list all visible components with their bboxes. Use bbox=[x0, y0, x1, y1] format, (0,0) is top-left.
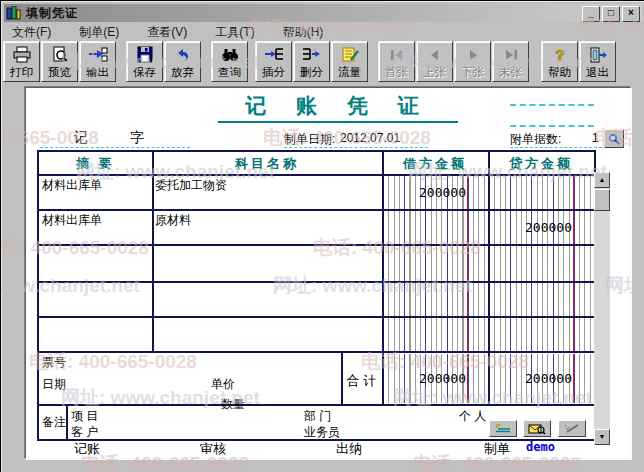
exit-button[interactable]: 退出 bbox=[579, 41, 616, 82]
dashed-line bbox=[510, 125, 594, 127]
table-line bbox=[39, 281, 594, 283]
print-label: 打印 bbox=[10, 65, 33, 80]
save-button[interactable]: 保存 bbox=[126, 41, 163, 82]
customer-label[interactable]: 客 户 bbox=[71, 424, 98, 441]
date-footer-label: 日期 bbox=[42, 376, 66, 393]
row-account[interactable]: 原材料 bbox=[155, 212, 191, 229]
table-line bbox=[39, 316, 594, 318]
row-debit-amount[interactable]: 200000 bbox=[383, 185, 487, 200]
seal-icon bbox=[494, 423, 512, 434]
credit-grid bbox=[489, 175, 593, 351]
voucher-word-left: 记 bbox=[74, 129, 88, 147]
table-line bbox=[39, 244, 594, 246]
last-label: 末张 bbox=[499, 65, 522, 80]
undo-icon bbox=[173, 45, 193, 65]
cashflow-icon bbox=[340, 45, 360, 65]
discard-label: 放弃 bbox=[171, 65, 194, 80]
attachments-value[interactable]: 1 bbox=[592, 131, 599, 145]
row-summary[interactable]: 材料出库单 bbox=[42, 177, 102, 194]
insert-line-label: 插分 bbox=[262, 65, 285, 80]
table-line bbox=[488, 152, 490, 404]
menu-bar: 文件(F) 制单(E) 查看(V) 工具(T) 帮助(H) bbox=[4, 24, 642, 40]
scroll-down-button[interactable]: ▼ bbox=[594, 429, 610, 445]
cashflow-button[interactable]: 流量 bbox=[331, 41, 368, 82]
header-summary: 摘 要 bbox=[39, 155, 152, 173]
attachments-search-button[interactable] bbox=[604, 129, 624, 148]
query-button[interactable]: 查询 bbox=[211, 41, 248, 82]
menu-file[interactable]: 文件(F) bbox=[4, 24, 59, 41]
next-icon bbox=[464, 45, 482, 65]
printer-icon bbox=[12, 45, 32, 65]
close-button[interactable]: × bbox=[622, 6, 640, 22]
row-account[interactable]: 委托加工物资 bbox=[155, 177, 227, 194]
exit-door-icon bbox=[588, 45, 608, 65]
row-credit-amount[interactable]: 200000 bbox=[489, 220, 593, 235]
total-label: 合 计 bbox=[341, 372, 382, 390]
help-button[interactable]: ? 帮助 bbox=[541, 41, 578, 82]
insert-line-button[interactable]: 插分 bbox=[255, 41, 292, 82]
menu-view[interactable]: 查看(V) bbox=[139, 24, 195, 41]
magnifier-icon bbox=[608, 133, 620, 145]
last-voucher-button[interactable]: 末张 bbox=[492, 41, 529, 82]
preparer-label: 制单 bbox=[484, 440, 510, 458]
export-label: 输出 bbox=[86, 65, 109, 80]
scroll-thumb[interactable] bbox=[594, 189, 610, 211]
title-bar[interactable]: 填制凭证 _ □ × bbox=[4, 4, 642, 22]
dashed-underline bbox=[510, 147, 602, 148]
maximize-button[interactable]: □ bbox=[602, 6, 620, 22]
wand-button[interactable] bbox=[558, 420, 586, 437]
cashflow-label: 流量 bbox=[338, 65, 361, 80]
print-button[interactable]: 打印 bbox=[3, 41, 40, 82]
salesman-label[interactable]: 业务员 bbox=[304, 424, 340, 441]
table-line bbox=[39, 174, 594, 176]
person-label[interactable]: 个 人 bbox=[459, 408, 486, 425]
next-voucher-button[interactable]: 下张 bbox=[454, 41, 491, 82]
svg-text:?: ? bbox=[555, 46, 564, 63]
preparer-value: demo bbox=[526, 440, 555, 454]
department-label[interactable]: 部 门 bbox=[304, 408, 331, 425]
prev-voucher-button[interactable]: 上张 bbox=[416, 41, 453, 82]
mail-check-button[interactable] bbox=[523, 420, 551, 437]
quantity-label: 数量 bbox=[221, 396, 245, 413]
minimize-button[interactable]: _ bbox=[582, 6, 600, 22]
cashier-label: 出纳 bbox=[336, 440, 362, 458]
date-value[interactable]: 2012.07.01 bbox=[340, 131, 400, 145]
voucher-title: 记 账 凭 证 bbox=[218, 92, 458, 123]
export-button[interactable]: 输出 bbox=[79, 41, 116, 82]
menu-tools[interactable]: 工具(T) bbox=[207, 24, 262, 41]
table-line bbox=[39, 351, 594, 353]
menu-help[interactable]: 帮助(H) bbox=[275, 24, 332, 41]
project-label[interactable]: 项 目 bbox=[71, 408, 98, 425]
help-label: 帮助 bbox=[548, 65, 571, 80]
table-line bbox=[152, 152, 154, 351]
first-label: 首张 bbox=[385, 65, 408, 80]
delete-line-button[interactable]: 删分 bbox=[293, 41, 330, 82]
delete-line-icon bbox=[302, 45, 322, 65]
vertical-scrollbar[interactable]: ▲ ▼ bbox=[594, 172, 610, 445]
row-summary[interactable]: 材料出库单 bbox=[42, 212, 102, 229]
auditor-label: 审核 bbox=[200, 440, 226, 458]
mail-magnifier-icon bbox=[528, 423, 546, 435]
window-title: 填制凭证 bbox=[26, 5, 78, 22]
table-line bbox=[66, 404, 68, 439]
query-label: 查询 bbox=[218, 65, 241, 80]
seal-button[interactable] bbox=[489, 420, 517, 437]
table-line bbox=[39, 209, 594, 211]
first-voucher-button[interactable]: 首张 bbox=[378, 41, 415, 82]
scroll-up-button[interactable]: ▲ bbox=[594, 172, 610, 188]
insert-line-icon bbox=[264, 45, 284, 65]
floppy-icon bbox=[135, 45, 155, 65]
first-icon bbox=[388, 45, 406, 65]
discard-button[interactable]: 放弃 bbox=[164, 41, 201, 82]
voucher-word-right: 字 bbox=[130, 129, 144, 147]
next-label: 下张 bbox=[461, 65, 484, 80]
menu-voucher[interactable]: 制单(E) bbox=[71, 24, 127, 41]
remark-label: 备注 bbox=[42, 414, 66, 431]
prev-label: 上张 bbox=[423, 65, 446, 80]
preview-button[interactable]: 预览 bbox=[41, 41, 78, 82]
exit-label: 退出 bbox=[586, 65, 609, 80]
delete-line-label: 删分 bbox=[300, 65, 323, 80]
header-debit: 借方金额 bbox=[382, 155, 488, 173]
header-credit: 贷方金额 bbox=[488, 155, 594, 173]
unit-price-label: 单价 bbox=[211, 376, 235, 393]
